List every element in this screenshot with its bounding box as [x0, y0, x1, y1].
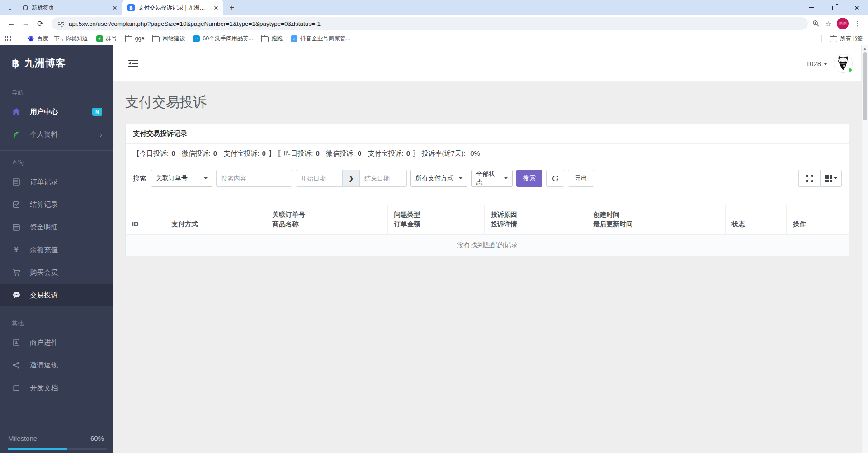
section-label-query: 查询 — [0, 152, 113, 171]
tab-close-icon[interactable]: ✕ — [111, 5, 118, 11]
sidebar-item-dev-docs[interactable]: 开发文档 — [0, 377, 113, 399]
share-icon — [12, 362, 21, 369]
bookmark-website[interactable]: 网站建设 — [152, 35, 185, 43]
search-button[interactable]: 搜索 — [516, 170, 542, 187]
sidebar-item-order-records[interactable]: 订单记录 — [0, 171, 113, 193]
brand-logo[interactable]: ฿ 九洲博客 — [0, 45, 113, 81]
tab-search-icon[interactable]: ⌄ — [4, 1, 16, 14]
book-icon — [12, 385, 21, 391]
minimize-button[interactable] — [800, 0, 823, 15]
tab-title: 支付交易投诉记录 | 九洲博客 — [138, 4, 209, 12]
window-controls: ✕ — [800, 0, 868, 15]
chrome-menu-icon[interactable]: ⋮ — [854, 19, 861, 28]
sidebar-item-invite-cashback[interactable]: 邀请返现 — [0, 354, 113, 377]
baidu-paw-icon — [28, 35, 34, 42]
start-date-input[interactable] — [296, 170, 343, 187]
sidebar-item-settlement-records[interactable]: 结算记录 — [0, 193, 113, 216]
bookmark-baidu[interactable]: 百度一下，你就知道 — [28, 35, 88, 43]
col-problem-type: 问题类型订单金额 — [387, 205, 484, 235]
bookmark-star-icon[interactable]: ☆ — [825, 19, 831, 28]
columns-dropdown-icon[interactable] — [820, 170, 842, 187]
brand-name: 九洲博客 — [24, 57, 66, 70]
page-content: 支付交易投诉 支付交易投诉记录 【今日投诉:0 微信投诉:0 支付宝投诉:0 】… — [113, 81, 868, 453]
bookmarks-bar: 百度一下，你就知道 # 群号 gge 网站建设 ᴖ 60个洗手间用品英... 跑… — [0, 32, 868, 45]
chevron-right-icon: › — [100, 131, 102, 138]
grid-icon — [825, 175, 832, 182]
back-icon[interactable]: ← — [5, 17, 18, 30]
end-date-input[interactable] — [360, 170, 407, 187]
search-keyword-input[interactable] — [216, 170, 292, 187]
tab-complaints-active[interactable]: ฿ 支付交易投诉记录 | 九洲博客 ✕ — [122, 0, 223, 15]
status-badge: N — [92, 108, 102, 116]
col-status: 状态 — [725, 205, 786, 235]
tab-new-tab[interactable]: 新标签页 ✕ — [17, 0, 122, 15]
milestone-progress-track — [8, 448, 107, 450]
col-pay-method: 支付方式 — [165, 205, 266, 235]
sidebar-collapse-icon[interactable] — [128, 60, 138, 67]
sidebar: ฿ 九洲博客 导航 用户中心 N 个人资料 › 查询 订单记录 — [0, 45, 113, 453]
apps-grid-icon[interactable] — [5, 36, 11, 41]
zoom-icon[interactable] — [812, 20, 820, 27]
douyin-icon: ♪ — [291, 35, 297, 42]
empty-state-row: 没有找到匹配的记录 — [126, 235, 849, 256]
export-button[interactable]: 导出 — [568, 170, 594, 187]
folder-icon — [152, 36, 160, 42]
table-tools — [798, 170, 842, 187]
browser-toolbar: ← → ⟳ api.5xv.cn/user/complain.php?pageS… — [0, 15, 868, 32]
scrollbar-thumb[interactable] — [863, 52, 867, 120]
bookmark-qun[interactable]: # 群号 — [96, 35, 117, 43]
close-button[interactable]: ✕ — [845, 0, 868, 15]
complaint-stats: 【今日投诉:0 微信投诉:0 支付宝投诉:0 】 〖昨日投诉:0 微信投诉:0 … — [126, 144, 849, 158]
divider — [19, 35, 19, 42]
scrollbar-up-arrow[interactable]: ▲ — [862, 47, 868, 51]
status-select[interactable]: 全部状态 — [471, 170, 513, 187]
filter-toolbar: 搜索 关联订单号 ❯ 所有支付方式 全部状态 — [126, 158, 849, 187]
address-bar[interactable]: api.5xv.cn/user/complain.php?pageSize=10… — [52, 17, 808, 30]
reload-icon[interactable]: ⟳ — [33, 17, 47, 30]
calendar-icon — [12, 224, 21, 231]
sidebar-item-balance-recharge[interactable]: ¥ 余额充值 — [0, 238, 113, 261]
date-range-group: ❯ — [296, 170, 407, 187]
toolbar-right: ☆ 呐呐 ⋮ — [812, 18, 863, 29]
search-label: 搜索 — [133, 174, 146, 183]
sidebar-item-user-center[interactable]: 用户中心 N — [0, 100, 113, 123]
sidebar-item-buy-membership[interactable]: 购买会员 — [0, 261, 113, 284]
milestone-value: 60% — [90, 434, 104, 442]
tab-close-icon[interactable]: ✕ — [212, 5, 220, 11]
browser-profile-avatar[interactable]: 呐呐 — [837, 18, 849, 29]
restore-button[interactable] — [823, 0, 845, 15]
chevron-down-icon — [459, 177, 462, 179]
sidebar-item-transaction-complaints[interactable]: 交易投诉 — [0, 284, 113, 306]
user-id-dropdown[interactable]: 1028 — [806, 60, 827, 67]
divider — [0, 311, 113, 311]
url-text[interactable]: api.5xv.cn/user/complain.php?pageSize=10… — [69, 20, 321, 27]
forward-icon[interactable]: → — [19, 17, 33, 30]
chevron-down-icon — [824, 63, 827, 65]
bookmark-gge[interactable]: gge — [125, 35, 145, 42]
table-header-row: ID 支付方式 关联订单号商品名称 问题类型订单金额 投诉原因投诉详情 创建时间… — [126, 205, 849, 235]
new-tab-button[interactable]: + — [226, 2, 238, 14]
divider — [0, 150, 113, 151]
divider — [821, 35, 822, 42]
pay-type-select[interactable]: 所有支付方式 — [410, 170, 467, 187]
chevron-down-icon — [204, 177, 208, 179]
bookmark-douyin[interactable]: ♪ 抖音企业号商家管... — [291, 35, 350, 43]
site-settings-icon[interactable] — [58, 22, 64, 25]
search-field-select[interactable]: 关联订单号 — [151, 170, 212, 187]
bookmark-washroom[interactable]: ᴖ 60个洗手间用品英... — [193, 35, 253, 43]
home-icon — [12, 108, 21, 115]
browser-tab-strip: ⌄ 新标签页 ✕ ฿ 支付交易投诉记录 | 九洲博客 ✕ + ✕ — [0, 0, 868, 15]
date-range-arrow-button[interactable]: ❯ — [343, 170, 360, 187]
brand-icon: ฿ — [12, 57, 20, 70]
page-scrollbar[interactable]: ▲ — [861, 45, 868, 453]
sidebar-item-profile[interactable]: 个人资料 › — [0, 123, 113, 146]
fullscreen-icon[interactable] — [798, 170, 820, 187]
refresh-button[interactable] — [546, 170, 564, 187]
all-bookmarks[interactable]: 所有书签 — [830, 35, 863, 43]
folder-icon — [125, 36, 132, 42]
sidebar-item-fund-details[interactable]: 资金明细 — [0, 216, 113, 238]
sidebar-item-merchant-onboarding[interactable]: 商户进件 — [0, 331, 113, 354]
bookmark-paopao[interactable]: 跑跑 — [261, 35, 283, 43]
col-order-no: 关联订单号商品名称 — [266, 205, 387, 235]
avatar[interactable] — [834, 54, 853, 73]
